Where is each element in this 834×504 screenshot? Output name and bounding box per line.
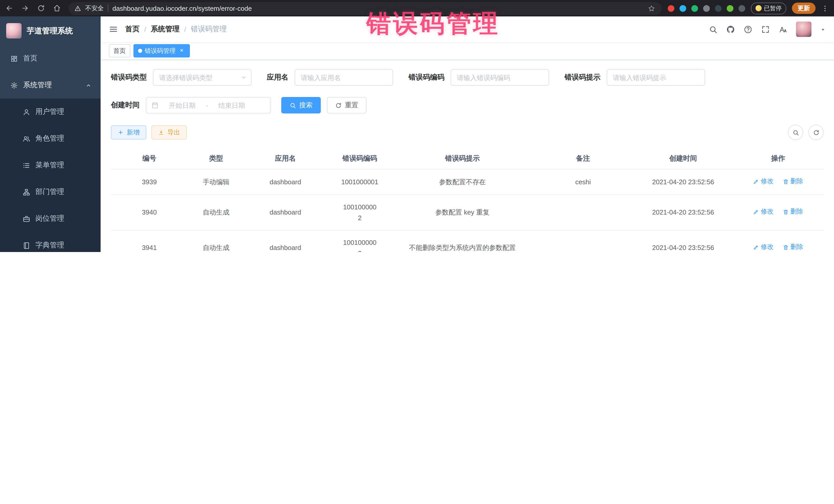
error-type-select-input[interactable]	[153, 69, 251, 86]
edit-link[interactable]: 修改	[753, 206, 773, 217]
add-button[interactable]: 新增	[111, 125, 146, 139]
column-header: 类型	[188, 148, 244, 169]
security-warning-icon[interactable]	[74, 5, 81, 12]
breadcrumb-home[interactable]: 首页	[125, 25, 139, 34]
paused-badge[interactable]: 已暂停	[751, 2, 786, 14]
delete-link[interactable]: 删除	[783, 176, 803, 187]
trash-icon	[783, 244, 789, 250]
search-button-label: 搜索	[299, 101, 312, 110]
reset-button[interactable]: 重置	[327, 97, 367, 113]
table-row[interactable]: 3940 自动生成 dashboard 100100000 2 参数配置 key…	[111, 195, 824, 230]
breadcrumb-separator: /	[184, 25, 186, 34]
delete-label: 删除	[790, 176, 803, 187]
edit-icon	[753, 209, 759, 215]
sidebar-menu-item[interactable]: 首页	[0, 45, 101, 72]
start-date-input[interactable]	[162, 101, 203, 110]
breadcrumb-current: 错误码管理	[191, 25, 227, 34]
sidebar: 芋道管理系统 首页 系统管理	[0, 17, 101, 252]
address-bar[interactable]: 不安全 dashboard.yudao.iocoder.cn/system/er…	[68, 2, 661, 15]
delete-link[interactable]: 删除	[783, 206, 803, 217]
table-row[interactable]: 3941 自动生成 dashboard 100100000 3 不能删除类型为系…	[111, 230, 824, 252]
reset-button-label: 重置	[345, 101, 358, 110]
page-content: 错误码类型 应用名 错误码编码	[101, 60, 834, 252]
extension-icon[interactable]	[691, 5, 698, 12]
sidebar-menu: 首页 系统管理 用户管理	[0, 45, 101, 252]
omnibox-divider	[108, 5, 108, 12]
edit-link[interactable]: 修改	[753, 242, 773, 252]
caret-icon	[86, 82, 91, 88]
view-tab[interactable]: 首页	[109, 44, 130, 58]
navbar-actions	[709, 22, 826, 37]
cell-time: 2021-04-20 23:52:56	[634, 169, 732, 195]
avatar-caret-icon[interactable]	[820, 25, 826, 34]
edit-link[interactable]: 修改	[753, 176, 773, 187]
user-avatar[interactable]	[796, 22, 811, 37]
browser-nav-controls	[5, 4, 61, 12]
search-icon[interactable]	[709, 25, 718, 34]
tab-close-icon[interactable]	[178, 47, 185, 54]
breadcrumb-system[interactable]: 系统管理	[151, 25, 180, 34]
extension-icon[interactable]	[715, 5, 721, 12]
error-code-label: 错误码编码	[409, 73, 444, 82]
view-tab[interactable]: 错误码管理	[133, 44, 190, 58]
back-button[interactable]	[5, 4, 13, 12]
app-logo[interactable]: 芋道管理系统	[0, 17, 101, 45]
cell-id: 3941	[111, 230, 188, 252]
reload-button[interactable]	[37, 4, 45, 12]
hamburger-icon[interactable]	[109, 24, 118, 34]
forward-button[interactable]	[21, 4, 29, 12]
refresh-table-button[interactable]	[808, 125, 824, 140]
extension-icon[interactable]	[738, 5, 745, 12]
error-code-input[interactable]	[451, 69, 549, 86]
home-button[interactable]	[53, 4, 61, 12]
toolbar-right	[788, 125, 824, 140]
calendar-icon	[151, 102, 159, 109]
edit-label: 修改	[761, 242, 773, 252]
cell-code: 100100000 3	[326, 230, 393, 252]
column-header: 应用名	[244, 148, 326, 169]
app-name-input[interactable]	[294, 69, 393, 86]
column-header: 错误码编码	[326, 148, 393, 169]
toggle-search-button[interactable]	[788, 125, 803, 140]
gear-icon	[10, 81, 18, 89]
menu-label: 角色管理	[36, 134, 64, 143]
fullscreen-icon[interactable]	[761, 25, 770, 34]
sidebar-menu-item[interactable]: 菜单管理	[0, 152, 101, 179]
help-icon[interactable]	[744, 25, 752, 34]
delete-link[interactable]: 删除	[783, 242, 803, 252]
cell-code: 1001000001	[326, 169, 393, 195]
app-title: 芋道管理系统	[27, 26, 73, 36]
error-code-table: 编号类型应用名错误码编码错误码提示备注创建时间操作 3939 手动编辑 dash…	[111, 148, 824, 252]
end-date-input[interactable]	[211, 101, 252, 110]
table-row[interactable]: 3939 手动编辑 dashboard 1001000001 参数配置不存在 c…	[111, 169, 824, 195]
extension-icon[interactable]	[679, 5, 686, 12]
font-size-icon[interactable]	[778, 25, 787, 34]
sidebar-menu-item[interactable]: 岗位管理	[0, 205, 101, 232]
date-range-picker[interactable]: -	[146, 97, 271, 113]
cell-time: 2021-04-20 23:52:56	[634, 195, 732, 230]
top-navbar: 首页 / 系统管理 / 错误码管理	[101, 17, 834, 42]
extension-icon[interactable]	[703, 5, 709, 12]
sidebar-menu-item[interactable]: 部门管理	[0, 179, 101, 205]
sidebar-menu-item[interactable]: 用户管理	[0, 98, 101, 125]
sidebar-menu-item[interactable]: 系统管理	[0, 72, 101, 98]
search-button[interactable]: 搜索	[281, 97, 321, 113]
sidebar-menu-item[interactable]: 字典管理	[0, 232, 101, 252]
plus-icon	[117, 129, 124, 135]
github-icon[interactable]	[726, 25, 735, 34]
error-type-select[interactable]	[153, 69, 251, 86]
column-header: 备注	[532, 148, 634, 169]
update-button[interactable]: 更新	[792, 3, 815, 14]
cell-actions: 修改 删除	[732, 195, 824, 230]
menu-label: 系统管理	[23, 81, 52, 90]
bookmark-star-icon[interactable]	[648, 4, 655, 12]
error-hint-input[interactable]	[607, 69, 705, 86]
sidebar-menu-item[interactable]: 角色管理	[0, 125, 101, 152]
extension-icon[interactable]	[667, 5, 674, 12]
create-time-label: 创建时间	[111, 101, 139, 110]
cell-remark	[532, 230, 634, 252]
cell-app: dashboard	[244, 230, 326, 252]
export-button[interactable]: 导出	[151, 125, 187, 139]
extension-icon[interactable]	[726, 5, 733, 12]
browser-menu-icon[interactable]	[821, 4, 829, 12]
